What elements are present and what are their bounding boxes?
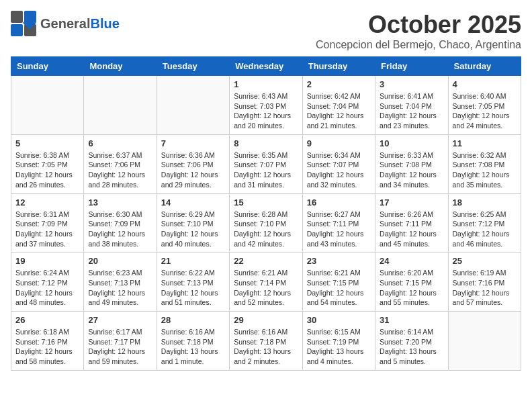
day-info: Sunrise: 6:21 AM Sunset: 7:15 PM Dayligh… (307, 268, 371, 308)
day-number: 12 (15, 197, 79, 208)
col-friday: Friday (375, 57, 448, 76)
calendar-cell (448, 312, 521, 371)
calendar-cell: 18Sunrise: 6:25 AM Sunset: 7:12 PM Dayli… (448, 193, 521, 253)
day-number: 9 (307, 138, 371, 148)
day-info: Sunrise: 6:29 AM Sunset: 7:10 PM Dayligh… (161, 210, 225, 249)
day-info: Sunrise: 6:32 AM Sunset: 7:08 PM Dayligh… (453, 150, 517, 190)
calendar-week-1: 1Sunrise: 6:43 AM Sunset: 7:03 PM Daylig… (11, 76, 521, 135)
svg-rect-2 (11, 24, 23, 36)
logo-icon (11, 11, 36, 36)
calendar-cell: 5Sunrise: 6:38 AM Sunset: 7:05 PM Daylig… (11, 134, 84, 193)
day-number: 27 (88, 315, 152, 325)
day-info: Sunrise: 6:31 AM Sunset: 7:09 PM Dayligh… (15, 210, 79, 249)
calendar-cell: 14Sunrise: 6:29 AM Sunset: 7:10 PM Dayli… (157, 193, 229, 253)
day-info: Sunrise: 6:22 AM Sunset: 7:13 PM Dayligh… (161, 268, 225, 308)
calendar-cell: 11Sunrise: 6:32 AM Sunset: 7:08 PM Dayli… (448, 134, 521, 193)
col-saturday: Saturday (448, 57, 521, 76)
day-number: 10 (380, 138, 443, 148)
col-wednesday: Wednesday (230, 57, 302, 76)
logo: GeneralBlue (11, 11, 120, 36)
calendar-cell: 24Sunrise: 6:20 AM Sunset: 7:15 PM Dayli… (375, 253, 448, 312)
calendar-cell: 28Sunrise: 6:16 AM Sunset: 7:18 PM Dayli… (157, 312, 229, 371)
day-number: 22 (234, 256, 298, 266)
day-info: Sunrise: 6:43 AM Sunset: 7:03 PM Dayligh… (234, 91, 298, 131)
calendar-cell: 16Sunrise: 6:27 AM Sunset: 7:11 PM Dayli… (302, 193, 375, 253)
day-number: 24 (380, 256, 443, 266)
calendar-cell: 6Sunrise: 6:37 AM Sunset: 7:06 PM Daylig… (84, 134, 157, 193)
day-number: 7 (161, 138, 225, 148)
day-number: 31 (380, 315, 443, 325)
day-info: Sunrise: 6:35 AM Sunset: 7:07 PM Dayligh… (234, 150, 298, 190)
day-info: Sunrise: 6:26 AM Sunset: 7:11 PM Dayligh… (380, 210, 443, 249)
calendar-week-3: 12Sunrise: 6:31 AM Sunset: 7:09 PM Dayli… (11, 193, 521, 253)
day-number: 16 (307, 197, 371, 208)
day-info: Sunrise: 6:25 AM Sunset: 7:12 PM Dayligh… (453, 210, 517, 249)
day-number: 26 (15, 315, 79, 325)
calendar-cell: 1Sunrise: 6:43 AM Sunset: 7:03 PM Daylig… (230, 76, 302, 135)
col-thursday: Thursday (302, 57, 375, 76)
day-number: 30 (307, 315, 371, 325)
day-number: 18 (453, 197, 517, 208)
day-number: 1 (234, 79, 298, 89)
col-tuesday: Tuesday (157, 57, 229, 76)
day-number: 5 (15, 138, 79, 148)
day-info: Sunrise: 6:21 AM Sunset: 7:14 PM Dayligh… (234, 268, 298, 308)
day-info: Sunrise: 6:41 AM Sunset: 7:04 PM Dayligh… (380, 91, 443, 131)
day-number: 17 (380, 197, 443, 208)
day-number: 3 (380, 79, 443, 89)
day-number: 21 (161, 256, 225, 266)
calendar-cell: 4Sunrise: 6:40 AM Sunset: 7:05 PM Daylig… (448, 76, 521, 135)
day-info: Sunrise: 6:33 AM Sunset: 7:08 PM Dayligh… (380, 150, 443, 190)
location-title: Concepcion del Bermejo, Chaco, Argentina (316, 39, 521, 51)
calendar-cell: 26Sunrise: 6:18 AM Sunset: 7:16 PM Dayli… (11, 312, 84, 371)
day-info: Sunrise: 6:16 AM Sunset: 7:18 PM Dayligh… (161, 327, 225, 367)
day-info: Sunrise: 6:19 AM Sunset: 7:16 PM Dayligh… (453, 268, 517, 308)
calendar-week-2: 5Sunrise: 6:38 AM Sunset: 7:05 PM Daylig… (11, 134, 521, 193)
day-info: Sunrise: 6:24 AM Sunset: 7:12 PM Dayligh… (15, 268, 79, 308)
day-info: Sunrise: 6:18 AM Sunset: 7:16 PM Dayligh… (15, 327, 79, 367)
day-info: Sunrise: 6:37 AM Sunset: 7:06 PM Dayligh… (88, 150, 152, 190)
calendar-table: Sunday Monday Tuesday Wednesday Thursday… (11, 56, 521, 371)
day-number: 19 (15, 256, 79, 266)
day-info: Sunrise: 6:23 AM Sunset: 7:13 PM Dayligh… (88, 268, 152, 308)
calendar-week-5: 26Sunrise: 6:18 AM Sunset: 7:16 PM Dayli… (11, 312, 521, 371)
day-info: Sunrise: 6:42 AM Sunset: 7:04 PM Dayligh… (307, 91, 371, 131)
day-number: 25 (453, 256, 517, 266)
calendar-header-row: Sunday Monday Tuesday Wednesday Thursday… (11, 57, 521, 76)
calendar-cell: 31Sunrise: 6:14 AM Sunset: 7:20 PM Dayli… (375, 312, 448, 371)
calendar-cell: 20Sunrise: 6:23 AM Sunset: 7:13 PM Dayli… (84, 253, 157, 312)
calendar-cell: 29Sunrise: 6:16 AM Sunset: 7:18 PM Dayli… (230, 312, 302, 371)
calendar-cell: 17Sunrise: 6:26 AM Sunset: 7:11 PM Dayli… (375, 193, 448, 253)
day-number: 15 (234, 197, 298, 208)
calendar-cell (84, 76, 157, 135)
calendar-cell: 27Sunrise: 6:17 AM Sunset: 7:17 PM Dayli… (84, 312, 157, 371)
day-info: Sunrise: 6:34 AM Sunset: 7:07 PM Dayligh… (307, 150, 371, 190)
title-section: October 2025 Concepcion del Bermejo, Cha… (316, 11, 521, 51)
calendar-week-4: 19Sunrise: 6:24 AM Sunset: 7:12 PM Dayli… (11, 253, 521, 312)
calendar-cell: 2Sunrise: 6:42 AM Sunset: 7:04 PM Daylig… (302, 76, 375, 135)
day-number: 23 (307, 256, 371, 266)
day-info: Sunrise: 6:16 AM Sunset: 7:18 PM Dayligh… (234, 327, 298, 367)
day-number: 2 (307, 79, 371, 89)
calendar-cell: 10Sunrise: 6:33 AM Sunset: 7:08 PM Dayli… (375, 134, 448, 193)
calendar-cell: 3Sunrise: 6:41 AM Sunset: 7:04 PM Daylig… (375, 76, 448, 135)
calendar-cell: 19Sunrise: 6:24 AM Sunset: 7:12 PM Dayli… (11, 253, 84, 312)
day-info: Sunrise: 6:28 AM Sunset: 7:10 PM Dayligh… (234, 210, 298, 249)
calendar-cell (157, 76, 229, 135)
logo-name: GeneralBlue (40, 17, 120, 30)
day-number: 29 (234, 315, 298, 325)
calendar-cell: 15Sunrise: 6:28 AM Sunset: 7:10 PM Dayli… (230, 193, 302, 253)
day-number: 13 (88, 197, 152, 208)
day-info: Sunrise: 6:40 AM Sunset: 7:05 PM Dayligh… (453, 91, 517, 131)
day-info: Sunrise: 6:27 AM Sunset: 7:11 PM Dayligh… (307, 210, 371, 249)
svg-rect-0 (11, 11, 23, 23)
calendar-cell: 21Sunrise: 6:22 AM Sunset: 7:13 PM Dayli… (157, 253, 229, 312)
calendar-cell: 25Sunrise: 6:19 AM Sunset: 7:16 PM Dayli… (448, 253, 521, 312)
day-info: Sunrise: 6:30 AM Sunset: 7:09 PM Dayligh… (88, 210, 152, 249)
day-number: 6 (88, 138, 152, 148)
page-header: GeneralBlue October 2025 Concepcion del … (11, 11, 521, 51)
day-number: 28 (161, 315, 225, 325)
calendar-cell: 13Sunrise: 6:30 AM Sunset: 7:09 PM Dayli… (84, 193, 157, 253)
day-info: Sunrise: 6:38 AM Sunset: 7:05 PM Dayligh… (15, 150, 79, 190)
day-info: Sunrise: 6:17 AM Sunset: 7:17 PM Dayligh… (88, 327, 152, 367)
